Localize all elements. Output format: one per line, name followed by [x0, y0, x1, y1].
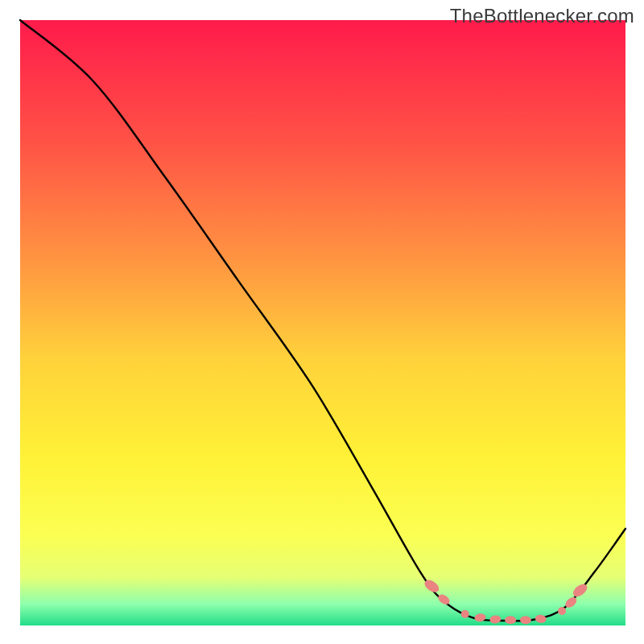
- chart-svg: [0, 0, 644, 644]
- gradient-background: [20, 20, 625, 625]
- curve-marker: [558, 607, 566, 615]
- curve-marker: [505, 616, 516, 624]
- curve-marker: [461, 610, 469, 618]
- watermark-text: TheBottlenecker.com: [450, 5, 634, 27]
- bottleneck-curve-chart: TheBottlenecker.com: [0, 0, 644, 644]
